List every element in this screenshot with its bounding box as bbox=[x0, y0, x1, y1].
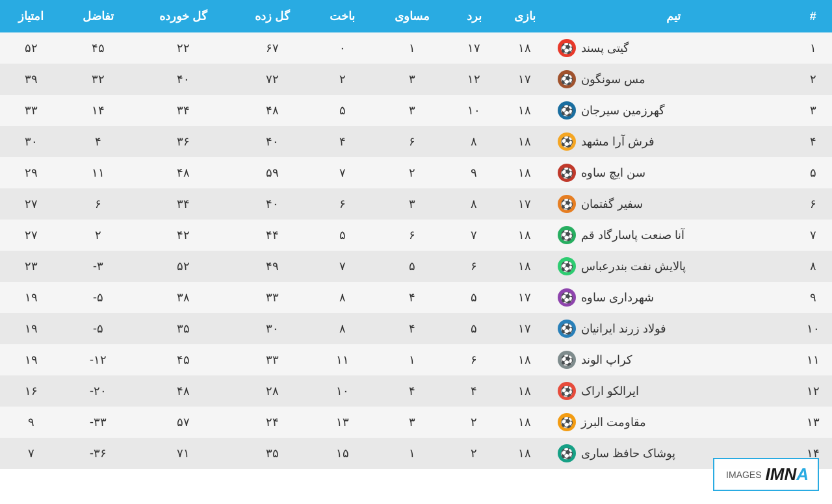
cell-8: ۴۵ bbox=[62, 32, 134, 64]
cell-2: ۱۸ bbox=[497, 438, 552, 469]
team-cell: فولاد زرند ایرانیان⚽ bbox=[552, 313, 794, 344]
team-cell: گیتی پسند⚽ bbox=[552, 32, 794, 64]
cell-2: ۱۸ bbox=[497, 407, 552, 438]
cell-7: ۳۵ bbox=[134, 313, 233, 344]
team-cell: مقاومت البرز⚽ bbox=[552, 407, 794, 438]
cell-0: ۸ bbox=[794, 251, 832, 282]
team-name: شهرداری ساوه bbox=[581, 290, 654, 305]
cell-6: ۴۰ bbox=[233, 126, 311, 157]
cell-7: ۵۲ bbox=[134, 251, 233, 282]
cell-5: ۰ bbox=[311, 32, 374, 64]
col-played: بازی bbox=[497, 0, 552, 32]
cell-3: ۲ bbox=[451, 438, 497, 469]
cell-7: ۴۰ bbox=[134, 64, 233, 95]
cell-3: ۲ bbox=[451, 407, 497, 438]
table-row: ۷آنا صنعت پاسارگاد قم⚽۱۸۷۶۵۴۴۴۲۲۲۷ bbox=[0, 220, 832, 251]
cell-5: ۸ bbox=[311, 282, 374, 313]
cell-6: ۴۰ bbox=[233, 188, 311, 220]
cell-0: ۱ bbox=[794, 32, 832, 64]
cell-6: ۴۴ bbox=[233, 220, 311, 251]
cell-4: ۵ bbox=[373, 251, 451, 282]
cell-7: ۳۴ bbox=[134, 188, 233, 220]
cell-0: ۵ bbox=[794, 157, 832, 188]
cell-9: ۷ bbox=[0, 438, 62, 469]
table-row: ۱۱کراپ الوند⚽۱۸۶۱۱۱۳۳۴۵۱۲-۱۹ bbox=[0, 344, 832, 375]
table-row: ۱گیتی پسند⚽۱۸۱۷۱۰۶۷۲۲۴۵۵۲ bbox=[0, 32, 832, 64]
cell-3: ۱۰ bbox=[451, 95, 497, 126]
cell-3: ۱۲ bbox=[451, 64, 497, 95]
team-logo: ⚽ bbox=[558, 320, 576, 338]
team-name: مقاومت البرز bbox=[581, 415, 646, 429]
cell-3: ۶ bbox=[451, 251, 497, 282]
cell-4: ۱ bbox=[373, 438, 451, 469]
cell-3: ۵ bbox=[451, 282, 497, 313]
cell-2: ۱۷ bbox=[497, 282, 552, 313]
cell-6: ۲۴ bbox=[233, 407, 311, 438]
team-logo: ⚽ bbox=[558, 257, 576, 275]
cell-8: ۵- bbox=[62, 313, 134, 344]
cell-9: ۲۳ bbox=[0, 251, 62, 282]
cell-0: ۱۲ bbox=[794, 375, 832, 407]
team-logo: ⚽ bbox=[558, 164, 576, 182]
cell-7: ۴۵ bbox=[134, 344, 233, 375]
col-team: تیم bbox=[552, 0, 794, 32]
table-row: ۲مس سونگون⚽۱۷۱۲۳۲۷۲۴۰۳۲۳۹ bbox=[0, 64, 832, 95]
team-name: ایرالکو اراک bbox=[581, 384, 639, 398]
team-name: کراپ الوند bbox=[581, 353, 632, 367]
team-logo: ⚽ bbox=[558, 382, 576, 400]
team-name: فرش آرا مشهد bbox=[581, 134, 655, 149]
table-row: ۴فرش آرا مشهد⚽۱۸۸۶۴۴۰۳۶۴۳۰ bbox=[0, 126, 832, 157]
cell-8: ۴ bbox=[62, 126, 134, 157]
cell-0: ۷ bbox=[794, 220, 832, 251]
team-cell: فرش آرا مشهد⚽ bbox=[552, 126, 794, 157]
cell-4: ۳ bbox=[373, 64, 451, 95]
cell-4: ۴ bbox=[373, 375, 451, 407]
team-cell: ایرالکو اراک⚽ bbox=[552, 375, 794, 407]
cell-7: ۴۲ bbox=[134, 220, 233, 251]
team-name: فولاد زرند ایرانیان bbox=[581, 321, 666, 336]
cell-9: ۲۷ bbox=[0, 220, 62, 251]
cell-0: ۱۳ bbox=[794, 407, 832, 438]
team-logo: ⚽ bbox=[558, 132, 576, 151]
cell-7: ۴۸ bbox=[134, 375, 233, 407]
cell-9: ۱۹ bbox=[0, 282, 62, 313]
cell-9: ۱۹ bbox=[0, 344, 62, 375]
team-logo: ⚽ bbox=[558, 351, 576, 369]
team-name: مس سونگون bbox=[581, 72, 645, 86]
cell-4: ۶ bbox=[373, 126, 451, 157]
cell-2: ۱۸ bbox=[497, 126, 552, 157]
cell-4: ۱ bbox=[373, 32, 451, 64]
cell-7: ۳۸ bbox=[134, 282, 233, 313]
cell-9: ۳۰ bbox=[0, 126, 62, 157]
team-name: آنا صنعت پاسارگاد قم bbox=[581, 228, 684, 242]
cell-5: ۷ bbox=[311, 157, 374, 188]
col-ga: گل خورده bbox=[134, 0, 233, 32]
cell-3: ۸ bbox=[451, 126, 497, 157]
cell-6: ۲۸ bbox=[233, 375, 311, 407]
table-row: ۶سفیر گفتمان⚽۱۷۸۳۶۴۰۳۴۶۲۷ bbox=[0, 188, 832, 220]
cell-2: ۱۸ bbox=[497, 32, 552, 64]
table-row: ۳گهرزمین سیرجان⚽۱۸۱۰۳۵۴۸۳۴۱۴۳۳ bbox=[0, 95, 832, 126]
team-name: سن ایچ ساوه bbox=[581, 166, 645, 180]
cell-7: ۳۴ bbox=[134, 95, 233, 126]
cell-4: ۲ bbox=[373, 157, 451, 188]
cell-8: ۲۰- bbox=[62, 375, 134, 407]
cell-3: ۷ bbox=[451, 220, 497, 251]
team-logo: ⚽ bbox=[558, 226, 576, 244]
cell-5: ۵ bbox=[311, 95, 374, 126]
team-logo: ⚽ bbox=[558, 288, 576, 307]
cell-4: ۴ bbox=[373, 313, 451, 344]
table-row: ۱۰فولاد زرند ایرانیان⚽۱۷۵۴۸۳۰۳۵۵-۱۹ bbox=[0, 313, 832, 344]
table-row: ۵سن ایچ ساوه⚽۱۸۹۲۷۵۹۴۸۱۱۲۹ bbox=[0, 157, 832, 188]
team-logo: ⚽ bbox=[558, 413, 576, 431]
cell-9: ۲۹ bbox=[0, 157, 62, 188]
cell-0: ۴ bbox=[794, 126, 832, 157]
cell-9: ۵۲ bbox=[0, 32, 62, 64]
cell-0: ۱۰ bbox=[794, 313, 832, 344]
col-drawn: مساوی bbox=[373, 0, 451, 32]
cell-7: ۲۲ bbox=[134, 32, 233, 64]
cell-6: ۳۳ bbox=[233, 344, 311, 375]
col-gf: گل زده bbox=[233, 0, 311, 32]
team-cell: کراپ الوند⚽ bbox=[552, 344, 794, 375]
cell-5: ۷ bbox=[311, 251, 374, 282]
